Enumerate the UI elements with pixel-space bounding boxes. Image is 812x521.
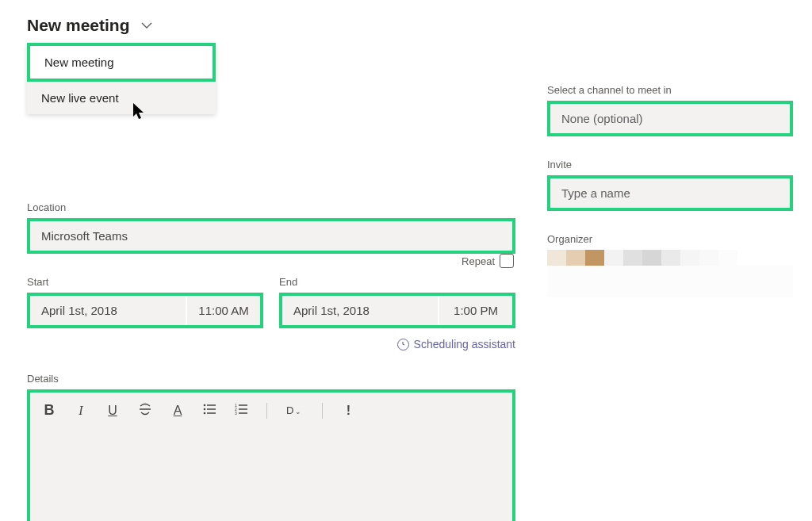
toolbar-separator: [266, 403, 267, 419]
cursor-icon: [133, 103, 147, 121]
svg-point-0: [204, 404, 206, 406]
bullet-list-button[interactable]: [203, 404, 216, 418]
details-editor[interactable]: B I U A 123 D⌄ !: [30, 393, 512, 521]
invite-input[interactable]: [550, 178, 790, 208]
title-row[interactable]: New meeting: [27, 16, 515, 35]
meeting-type-dropdown: New meeting New live event: [27, 43, 216, 114]
strikethrough-button[interactable]: [138, 403, 152, 419]
end-date[interactable]: April 1st, 2018: [282, 296, 439, 325]
svg-point-4: [204, 412, 206, 414]
end-time[interactable]: 1:00 PM: [439, 296, 512, 325]
end-datetime[interactable]: April 1st, 2018 1:00 PM: [282, 296, 512, 325]
paragraph-style-button[interactable]: D⌄: [286, 404, 303, 416]
end-label: End: [279, 276, 515, 288]
bold-button[interactable]: B: [43, 402, 56, 419]
repeat-checkbox[interactable]: [500, 254, 514, 268]
start-datetime[interactable]: April 1st, 2018 11:00 AM: [30, 296, 260, 325]
invite-label: Invite: [547, 159, 793, 170]
channel-input[interactable]: [550, 104, 790, 133]
dropdown-item-new-live-event[interactable]: New live event: [27, 82, 216, 114]
start-label: Start: [27, 276, 263, 288]
toolbar-separator: [322, 403, 323, 419]
dropdown-item-new-meeting[interactable]: New meeting: [30, 46, 213, 79]
chevron-down-icon: [141, 19, 152, 32]
font-color-button[interactable]: A: [171, 404, 184, 418]
details-label: Details: [27, 373, 515, 385]
clock-icon: [397, 339, 409, 351]
page-title: New meeting: [27, 16, 130, 35]
location-label: Location: [27, 201, 515, 213]
organizer-avatar-blurred: [547, 250, 793, 297]
important-button[interactable]: !: [342, 404, 354, 418]
start-date[interactable]: April 1st, 2018: [30, 296, 187, 325]
italic-button[interactable]: I: [75, 404, 87, 418]
organizer-label: Organizer: [547, 233, 793, 245]
start-time[interactable]: 11:00 AM: [187, 296, 260, 325]
underline-button[interactable]: U: [106, 404, 119, 418]
repeat-label: Repeat: [462, 255, 495, 267]
repeat-row: Repeat: [462, 254, 514, 268]
scheduling-assistant-link[interactable]: Scheduling assistant: [27, 338, 515, 351]
svg-point-2: [204, 408, 206, 410]
editor-toolbar: B I U A 123 D⌄ !: [30, 393, 512, 428]
location-input[interactable]: [30, 221, 512, 251]
numbered-list-button[interactable]: 123: [235, 404, 247, 418]
svg-text:3: 3: [235, 411, 237, 415]
channel-label: Select a channel to meet in: [547, 84, 793, 96]
